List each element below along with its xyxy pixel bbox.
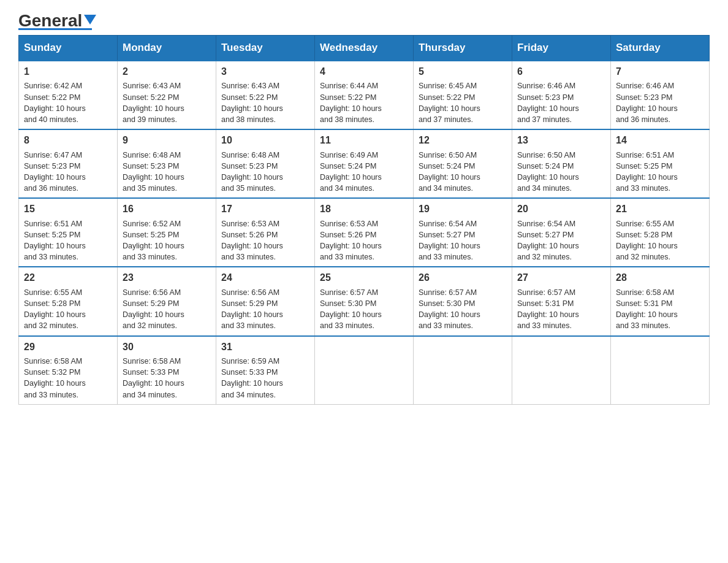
calendar-cell: 15 Sunrise: 6:51 AMSunset: 5:25 PMDaylig… bbox=[19, 198, 118, 267]
day-number: 25 bbox=[320, 271, 408, 285]
calendar-cell: 29 Sunrise: 6:58 AMSunset: 5:32 PMDaylig… bbox=[19, 336, 118, 405]
day-number: 18 bbox=[320, 202, 408, 216]
calendar-cell: 16 Sunrise: 6:52 AMSunset: 5:25 PMDaylig… bbox=[118, 198, 216, 267]
day-number: 4 bbox=[320, 65, 408, 79]
day-info: Sunrise: 6:53 AMSunset: 5:26 PMDaylight:… bbox=[320, 220, 382, 262]
calendar-cell: 6 Sunrise: 6:46 AMSunset: 5:23 PMDayligh… bbox=[512, 61, 611, 129]
calendar-cell: 23 Sunrise: 6:56 AMSunset: 5:29 PMDaylig… bbox=[118, 267, 216, 335]
day-info: Sunrise: 6:46 AMSunset: 5:23 PMDaylight:… bbox=[517, 82, 579, 124]
calendar-cell: 10 Sunrise: 6:48 AMSunset: 5:23 PMDaylig… bbox=[216, 129, 315, 198]
calendar-cell: 3 Sunrise: 6:43 AMSunset: 5:22 PMDayligh… bbox=[216, 61, 315, 129]
calendar-week-4: 22 Sunrise: 6:55 AMSunset: 5:28 PMDaylig… bbox=[19, 267, 710, 335]
day-number: 8 bbox=[24, 134, 112, 147]
calendar-cell bbox=[414, 336, 512, 405]
calendar-cell: 18 Sunrise: 6:53 AMSunset: 5:26 PMDaylig… bbox=[315, 198, 414, 267]
calendar-header-monday: Monday bbox=[118, 36, 216, 61]
day-info: Sunrise: 6:57 AMSunset: 5:30 PMDaylight:… bbox=[320, 288, 382, 331]
calendar-cell: 14 Sunrise: 6:51 AMSunset: 5:25 PMDaylig… bbox=[611, 129, 710, 198]
day-number: 9 bbox=[123, 134, 211, 147]
calendar-cell: 17 Sunrise: 6:53 AMSunset: 5:26 PMDaylig… bbox=[216, 198, 315, 267]
calendar-cell: 1 Sunrise: 6:42 AMSunset: 5:22 PMDayligh… bbox=[19, 61, 118, 129]
calendar-header-wednesday: Wednesday bbox=[315, 36, 414, 61]
day-number: 27 bbox=[517, 271, 605, 285]
logo-triangle-icon bbox=[84, 15, 96, 25]
day-info: Sunrise: 6:51 AMSunset: 5:25 PMDaylight:… bbox=[616, 151, 678, 193]
day-number: 5 bbox=[419, 65, 507, 79]
calendar-cell bbox=[611, 336, 710, 405]
calendar-cell: 31 Sunrise: 6:59 AMSunset: 5:33 PMDaylig… bbox=[216, 336, 315, 405]
day-info: Sunrise: 6:56 AMSunset: 5:29 PMDaylight:… bbox=[221, 288, 283, 331]
day-number: 22 bbox=[24, 271, 112, 285]
day-info: Sunrise: 6:56 AMSunset: 5:29 PMDaylight:… bbox=[123, 288, 184, 331]
day-number: 12 bbox=[419, 134, 507, 147]
calendar-header-tuesday: Tuesday bbox=[216, 36, 315, 61]
calendar-cell: 21 Sunrise: 6:55 AMSunset: 5:28 PMDaylig… bbox=[611, 198, 710, 267]
calendar-cell: 7 Sunrise: 6:46 AMSunset: 5:23 PMDayligh… bbox=[611, 61, 710, 129]
day-info: Sunrise: 6:55 AMSunset: 5:28 PMDaylight:… bbox=[24, 288, 86, 331]
calendar-cell: 25 Sunrise: 6:57 AMSunset: 5:30 PMDaylig… bbox=[315, 267, 414, 335]
day-info: Sunrise: 6:45 AMSunset: 5:22 PMDaylight:… bbox=[419, 82, 480, 124]
calendar-cell bbox=[512, 336, 611, 405]
day-number: 13 bbox=[517, 134, 605, 147]
logo: General bbox=[18, 12, 96, 29]
calendar-cell: 11 Sunrise: 6:49 AMSunset: 5:24 PMDaylig… bbox=[315, 129, 414, 198]
calendar-cell: 28 Sunrise: 6:58 AMSunset: 5:31 PMDaylig… bbox=[611, 267, 710, 335]
logo-underline bbox=[18, 28, 92, 30]
calendar-cell: 2 Sunrise: 6:43 AMSunset: 5:22 PMDayligh… bbox=[118, 61, 216, 129]
day-number: 28 bbox=[616, 271, 704, 285]
calendar-week-3: 15 Sunrise: 6:51 AMSunset: 5:25 PMDaylig… bbox=[19, 198, 710, 267]
calendar-cell: 9 Sunrise: 6:48 AMSunset: 5:23 PMDayligh… bbox=[118, 129, 216, 198]
day-info: Sunrise: 6:57 AMSunset: 5:31 PMDaylight:… bbox=[517, 288, 579, 331]
day-number: 15 bbox=[24, 202, 112, 216]
day-info: Sunrise: 6:47 AMSunset: 5:23 PMDaylight:… bbox=[24, 151, 86, 193]
day-number: 11 bbox=[320, 134, 408, 147]
day-number: 16 bbox=[123, 202, 211, 216]
calendar-week-5: 29 Sunrise: 6:58 AMSunset: 5:32 PMDaylig… bbox=[19, 336, 710, 405]
calendar-header-row: SundayMondayTuesdayWednesdayThursdayFrid… bbox=[19, 36, 710, 61]
day-info: Sunrise: 6:51 AMSunset: 5:25 PMDaylight:… bbox=[24, 220, 86, 262]
calendar-header-sunday: Sunday bbox=[19, 36, 118, 61]
day-info: Sunrise: 6:52 AMSunset: 5:25 PMDaylight:… bbox=[123, 220, 184, 262]
day-number: 3 bbox=[221, 65, 309, 79]
day-number: 29 bbox=[24, 340, 112, 354]
day-number: 7 bbox=[616, 65, 704, 79]
day-info: Sunrise: 6:49 AMSunset: 5:24 PMDaylight:… bbox=[320, 151, 382, 193]
calendar-week-2: 8 Sunrise: 6:47 AMSunset: 5:23 PMDayligh… bbox=[19, 129, 710, 198]
calendar-week-1: 1 Sunrise: 6:42 AMSunset: 5:22 PMDayligh… bbox=[19, 61, 710, 129]
calendar-cell: 19 Sunrise: 6:54 AMSunset: 5:27 PMDaylig… bbox=[414, 198, 512, 267]
day-info: Sunrise: 6:58 AMSunset: 5:32 PMDaylight:… bbox=[24, 357, 86, 399]
day-number: 24 bbox=[221, 271, 309, 285]
day-info: Sunrise: 6:48 AMSunset: 5:23 PMDaylight:… bbox=[123, 151, 184, 193]
calendar-cell: 4 Sunrise: 6:44 AMSunset: 5:22 PMDayligh… bbox=[315, 61, 414, 129]
page-header: General bbox=[18, 12, 710, 29]
day-number: 23 bbox=[123, 271, 211, 285]
day-info: Sunrise: 6:54 AMSunset: 5:27 PMDaylight:… bbox=[517, 220, 579, 262]
calendar-cell: 24 Sunrise: 6:56 AMSunset: 5:29 PMDaylig… bbox=[216, 267, 315, 335]
day-info: Sunrise: 6:43 AMSunset: 5:22 PMDaylight:… bbox=[221, 82, 283, 124]
day-info: Sunrise: 6:54 AMSunset: 5:27 PMDaylight:… bbox=[419, 220, 480, 262]
day-number: 19 bbox=[419, 202, 507, 216]
day-number: 2 bbox=[123, 65, 211, 79]
day-number: 6 bbox=[517, 65, 605, 79]
day-number: 20 bbox=[517, 202, 605, 216]
calendar-header-friday: Friday bbox=[512, 36, 611, 61]
day-number: 26 bbox=[419, 271, 507, 285]
calendar-cell: 12 Sunrise: 6:50 AMSunset: 5:24 PMDaylig… bbox=[414, 129, 512, 198]
calendar-cell: 13 Sunrise: 6:50 AMSunset: 5:24 PMDaylig… bbox=[512, 129, 611, 198]
calendar-cell bbox=[315, 336, 414, 405]
calendar-cell: 20 Sunrise: 6:54 AMSunset: 5:27 PMDaylig… bbox=[512, 198, 611, 267]
day-info: Sunrise: 6:59 AMSunset: 5:33 PMDaylight:… bbox=[221, 357, 283, 399]
calendar-cell: 22 Sunrise: 6:55 AMSunset: 5:28 PMDaylig… bbox=[19, 267, 118, 335]
day-info: Sunrise: 6:53 AMSunset: 5:26 PMDaylight:… bbox=[221, 220, 283, 262]
day-info: Sunrise: 6:43 AMSunset: 5:22 PMDaylight:… bbox=[123, 82, 184, 124]
day-info: Sunrise: 6:48 AMSunset: 5:23 PMDaylight:… bbox=[221, 151, 283, 193]
calendar-cell: 8 Sunrise: 6:47 AMSunset: 5:23 PMDayligh… bbox=[19, 129, 118, 198]
calendar-cell: 27 Sunrise: 6:57 AMSunset: 5:31 PMDaylig… bbox=[512, 267, 611, 335]
day-number: 1 bbox=[24, 65, 112, 79]
day-info: Sunrise: 6:58 AMSunset: 5:31 PMDaylight:… bbox=[616, 288, 678, 331]
calendar-cell: 26 Sunrise: 6:57 AMSunset: 5:30 PMDaylig… bbox=[414, 267, 512, 335]
calendar-cell: 30 Sunrise: 6:58 AMSunset: 5:33 PMDaylig… bbox=[118, 336, 216, 405]
day-info: Sunrise: 6:58 AMSunset: 5:33 PMDaylight:… bbox=[123, 357, 184, 399]
day-number: 31 bbox=[221, 340, 309, 354]
day-number: 21 bbox=[616, 202, 704, 216]
